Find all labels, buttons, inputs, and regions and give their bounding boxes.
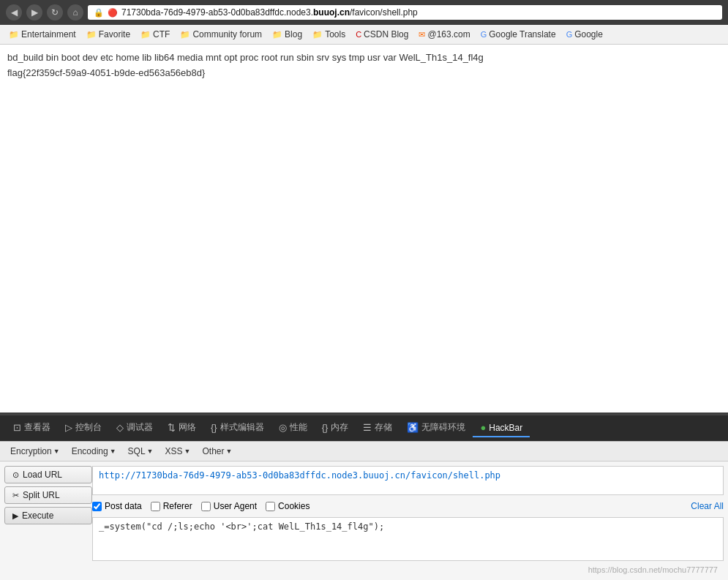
post-data-label: Post data — [105, 501, 142, 511]
security-icon: 🔒 — [94, 8, 104, 18]
menu-label: XSS — [165, 446, 183, 456]
folder-icon: 📁 — [140, 30, 151, 39]
google-icon: G — [566, 30, 573, 39]
url-before-highlight: 71730bda-76d9-4979-ab53-0d0ba83dffdc.nod… — [121, 7, 313, 18]
menu-other[interactable]: Other ▼ — [198, 445, 236, 458]
tab-label: 控制台 — [75, 421, 102, 434]
bookmark-favorite[interactable]: 📁 Favorite — [82, 28, 135, 41]
hackbar-dot-icon: ● — [480, 422, 486, 433]
inspector-icon: ⊡ — [13, 422, 21, 433]
menu-encryption[interactable]: Encryption ▼ — [6, 445, 64, 458]
tab-accessibility[interactable]: ♿ 无障碍环境 — [399, 418, 473, 438]
tab-network[interactable]: ⇅ 网络 — [160, 418, 203, 438]
load-url-button[interactable]: ⊙ Load URL — [4, 466, 92, 483]
bookmark-163[interactable]: ✉ @163.com — [414, 28, 474, 41]
folder-icon: 📁 — [312, 30, 323, 39]
tab-debugger[interactable]: ◇ 调试器 — [109, 418, 160, 438]
hackbar-menu: Encryption ▼ Encoding ▼ SQL ▼ XSS ▼ Othe… — [0, 442, 728, 462]
execute-label: Execute — [22, 511, 53, 521]
referer-checkbox[interactable] — [151, 502, 160, 511]
menu-sql[interactable]: SQL ▼ — [124, 445, 158, 458]
bookmark-label: CTF — [153, 29, 170, 39]
bookmark-google-translate[interactable]: G Google Translate — [476, 28, 560, 41]
post-data-input[interactable] — [92, 517, 724, 561]
tab-label: 查看器 — [24, 421, 50, 434]
user-agent-label: User Agent — [214, 501, 257, 511]
back-button[interactable]: ◀ — [6, 4, 22, 20]
execute-button[interactable]: ▶ Execute — [4, 507, 92, 524]
console-icon: ▷ — [65, 422, 72, 433]
menu-encoding[interactable]: Encoding ▼ — [67, 445, 121, 458]
tab-style-editor[interactable]: {} 样式编辑器 — [203, 418, 271, 438]
hackbar-buttons: ⊙ Load URL ✂ Split URL ▶ Execute — [4, 466, 92, 576]
hackbar-panel: Encryption ▼ Encoding ▼ SQL ▼ XSS ▼ Othe… — [0, 441, 728, 580]
cookies-checkbox-label[interactable]: Cookies — [266, 501, 309, 511]
url-highlight: buuoj.cn — [313, 7, 350, 18]
menu-xss[interactable]: XSS ▼ — [161, 445, 195, 458]
performance-icon: ◎ — [279, 422, 287, 433]
debugger-icon: ◇ — [116, 422, 124, 433]
bookmark-label: @163.com — [427, 29, 470, 39]
tab-label: 网络 — [179, 421, 196, 434]
page-content-line1: bd_build bin boot dev etc home lib lib64… — [7, 50, 721, 66]
page-content: bd_build bin boot dev etc home lib lib64… — [0, 45, 728, 352]
bookmark-ctf[interactable]: 📁 CTF — [136, 28, 174, 41]
bookmark-label: Entertainment — [21, 29, 76, 39]
tab-label: 样式编辑器 — [220, 421, 264, 434]
favicon-icon: 🔴 — [108, 8, 118, 18]
user-agent-checkbox-label[interactable]: User Agent — [201, 501, 257, 511]
tab-label: 无障碍环境 — [421, 421, 465, 434]
tab-hackbar[interactable]: ● HackBar — [473, 419, 530, 437]
menu-label: Encryption — [10, 446, 52, 456]
url-input[interactable] — [92, 466, 724, 495]
bookmark-label: Google Translate — [489, 29, 555, 39]
tab-label: 内存 — [331, 421, 348, 434]
bookmark-community-forum[interactable]: 📁 Community forum — [176, 28, 266, 41]
referer-checkbox-label[interactable]: Referer — [151, 501, 192, 511]
forward-button[interactable]: ▶ — [26, 4, 42, 20]
tab-performance[interactable]: ◎ 性能 — [271, 418, 315, 438]
home-button[interactable]: ⌂ — [67, 4, 83, 20]
bottom-section: ⊡ 查看器 ▷ 控制台 ◇ 调试器 ⇅ 网络 {} 样式编辑器 ◎ 性能 {} … — [0, 413, 728, 580]
bookmark-blog[interactable]: 📁 Blog — [268, 28, 307, 41]
cookies-label: Cookies — [278, 501, 309, 511]
split-url-label: Split URL — [23, 490, 60, 500]
bookmark-label: Blog — [285, 29, 302, 39]
clear-all-button[interactable]: Clear All — [691, 501, 724, 511]
refresh-button[interactable]: ↻ — [47, 4, 63, 20]
tab-storage[interactable]: ☰ 存储 — [356, 418, 399, 438]
browser-chrome: ◀ ▶ ↻ ⌂ 🔒 🔴 71730bda-76d9-4979-ab53-0d0b… — [0, 0, 728, 25]
network-icon: ⇅ — [168, 422, 176, 433]
split-url-button[interactable]: ✂ Split URL — [4, 486, 92, 504]
hackbar-body: ⊙ Load URL ✂ Split URL ▶ Execute — [0, 462, 728, 580]
tab-console[interactable]: ▷ 控制台 — [58, 418, 109, 438]
chevron-down-icon: ▼ — [147, 448, 154, 455]
chevron-down-icon: ▼ — [225, 448, 232, 455]
hackbar-url-section: Post data Referer User Agent Cookies C — [92, 466, 724, 576]
tab-label: 性能 — [290, 421, 307, 434]
chevron-down-icon: ▼ — [110, 448, 116, 455]
address-bar[interactable]: 🔒 🔴 71730bda-76d9-4979-ab53-0d0ba83dffdc… — [88, 5, 722, 20]
translate-icon: G — [481, 30, 487, 39]
tab-inspector[interactable]: ⊡ 查看器 — [6, 418, 58, 438]
bookmark-tools[interactable]: 📁 Tools — [308, 28, 350, 41]
bookmark-csdn[interactable]: C CSDN Blog — [351, 28, 413, 41]
storage-icon: ☰ — [363, 422, 372, 433]
post-data-checkbox-label[interactable]: Post data — [92, 501, 142, 511]
cookies-checkbox[interactable] — [266, 502, 275, 511]
watermark: https://blog.csdn.net/mochu7777777 — [92, 564, 724, 576]
devtools-bar: ⊡ 查看器 ▷ 控制台 ◇ 调试器 ⇅ 网络 {} 样式编辑器 ◎ 性能 {} … — [0, 414, 728, 441]
style-editor-icon: {} — [211, 422, 217, 433]
execute-icon: ▶ — [12, 511, 18, 521]
chevron-down-icon: ▼ — [53, 448, 60, 455]
folder-icon: 📁 — [9, 30, 19, 39]
address-text: 71730bda-76d9-4979-ab53-0d0ba83dffdc.nod… — [121, 7, 716, 18]
bookmark-entertainment[interactable]: 📁 Entertainment — [4, 28, 80, 41]
menu-label: Other — [202, 446, 224, 456]
user-agent-checkbox[interactable] — [201, 502, 211, 511]
tab-memory[interactable]: {} 内存 — [315, 418, 356, 438]
split-url-icon: ✂ — [12, 491, 19, 500]
post-data-checkbox[interactable] — [92, 502, 102, 511]
folder-icon: 📁 — [86, 30, 97, 39]
bookmark-google[interactable]: G Google — [562, 28, 607, 41]
